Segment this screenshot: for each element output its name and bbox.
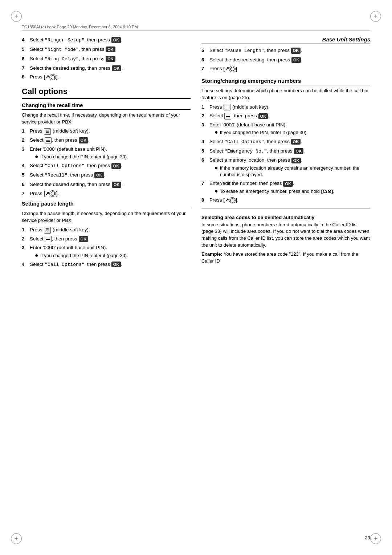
recall-step-5-content: Select "Recall", then press OK. (30, 171, 191, 179)
recall-step-7: 7 Press [↗◯]. (22, 190, 191, 198)
ok-btn-r2: OK (79, 137, 89, 143)
emerg-step-num-4: 4 (201, 138, 208, 145)
prev-section-steps: 4 Select "Ringer Setup", then press OK. … (22, 36, 191, 81)
reg-mark-tl (11, 11, 22, 22)
pause-cont-step-num-5: 5 (201, 47, 208, 54)
reg-mark-br (370, 533, 381, 544)
step-7: 7 Select the desired setting, then press… (22, 65, 191, 72)
step-8: 8 Press [↗◯]. (22, 73, 191, 81)
end-key-pc7: [↗◯] (223, 65, 237, 73)
call-options-text-p: "Call Options" (45, 262, 84, 267)
call-options-text: "Call Options" (45, 163, 84, 169)
header-text: TG1850AL(e).book Page 29 Monday, Decembe… (22, 25, 138, 29)
ok-btn-e5: OK (294, 148, 304, 154)
reg-mark-tr (370, 11, 381, 22)
step-8-content: Press [↗◯]. (30, 73, 191, 81)
pause-cont-step-5-content: Select "Pause Length", then press OK. (209, 47, 370, 54)
emerg-step-3-bullet: ● If you changed the PIN, enter it (page… (215, 129, 370, 136)
content-area: 4 Select "Ringer Setup", then press OK. … (22, 36, 370, 526)
ok-btn-5: OK (106, 46, 115, 52)
recall-step-1: 1 Press ☰ (middle soft key). (22, 127, 191, 135)
pause-step-num-3: 3 (22, 244, 28, 251)
emerg-step-num-2: 2 (201, 112, 208, 119)
ok-btn-r4: OK (111, 163, 121, 169)
emerg-step-2-content: Select ▬, then press OK. (209, 112, 370, 119)
area-codes-section: Selecting area codes to be deleted autom… (201, 208, 370, 265)
area-codes-desc2: Example: You have stored the area code "… (201, 251, 370, 265)
ok-btn-pc5: OK (291, 48, 301, 53)
recall-time-steps: 1 Press ☰ (middle soft key). 2 Select ⁠▬… (22, 127, 191, 197)
ok-btn-r5: OK (94, 172, 104, 178)
emerg-step-num-7: 7 (201, 180, 208, 187)
pause-step-2-content: Select ▬, then press OK. (30, 235, 191, 243)
pause-step-3-content: Enter '0000' (default base unit PIN). ● … (30, 244, 191, 259)
pause-step-1-content: Press ☰ (middle soft key). (30, 226, 191, 234)
recall-step-2: 2 Select ⁠▬, then press OK. (22, 137, 191, 144)
step-num-8: 8 (22, 73, 28, 81)
bullet-dot-r3: ● (35, 154, 38, 159)
page-number: 29 (365, 535, 370, 540)
step-6: 6 Select "Ring Delay", then press OK. (22, 55, 191, 63)
recall-step-num-7: 7 (22, 190, 28, 197)
area-codes-heading: Selecting area codes to be deleted autom… (201, 215, 370, 220)
emerg-step-3-content: Enter '0000' (default base unit PIN). ● … (209, 121, 370, 136)
emerg-step-num-1: 1 (201, 104, 208, 111)
pause-step-num-4: 4 (22, 261, 28, 268)
recall-step-3: 3 Enter '0000' (default base unit PIN). … (22, 146, 191, 161)
ok-btn-p2: OK (79, 236, 89, 242)
pause-step-4: 4 Select "Call Options", then press OK. (22, 261, 191, 268)
recall-step-num-6: 6 (22, 181, 28, 188)
right-column: Base Unit Settings 5 Select "Pause Lengt… (201, 36, 370, 526)
menu-icon-e2: ▬ (224, 113, 231, 119)
end-key-e8: [↗◯] (223, 197, 237, 204)
ok-btn-pc6: OK (291, 57, 301, 63)
pause-cont-step-6-content: Select the desired setting, then press O… (209, 56, 370, 64)
header-bar: TG1850AL(e).book Page 29 Monday, Decembe… (22, 25, 370, 31)
recall-step-5: 5 Select "Recall", then press OK. (22, 171, 191, 179)
ok-btn-e4: OK (291, 139, 301, 145)
pause-cont-step-6: 6 Select the desired setting, then press… (201, 56, 370, 64)
changing-recall-time-desc: Change the recall time, if necessary, de… (22, 112, 191, 126)
recall-step-6: 6 Select the desired setting, then press… (22, 181, 191, 188)
step-num-4: 4 (22, 36, 28, 44)
recall-step-7-content: Press [↗◯]. (30, 190, 191, 198)
emerg-step-7: 7 Enter/edit the number, then press OK. … (201, 180, 370, 195)
base-unit-settings-title: Base Unit Settings (201, 36, 370, 44)
recall-step-3-content: Enter '0000' (default base unit PIN). ● … (30, 146, 191, 161)
emerg-step-1: 1 Press ☰ (middle soft key). (201, 104, 370, 111)
emerg-step-4-content: Select "Call Options", then press OK. (209, 138, 370, 146)
emerg-step-1-content: Press ☰ (middle soft key). (209, 104, 370, 111)
recall-step-num-3: 3 (22, 146, 28, 153)
ok-btn-7: OK (112, 65, 122, 71)
bullet-dot-p3: ● (35, 252, 38, 258)
setting-pause-length-heading: Setting pause length (22, 201, 191, 208)
left-column: 4 Select "Ringer Setup", then press OK. … (22, 36, 191, 526)
recall-step-1-content: Press ☰ (middle soft key). (30, 127, 191, 135)
emerg-step-3-bullet-text: If you changed the PIN, enter it (page 3… (220, 129, 308, 136)
ok-btn-e7: OK (283, 181, 293, 187)
changing-recall-time-heading: Changing the recall time (22, 102, 191, 110)
recall-step-3-bullet-text: If you changed the PIN, enter it (page 3… (40, 154, 128, 160)
step-num-7: 7 (22, 65, 28, 72)
recall-text: "Recall" (45, 173, 67, 178)
pause-length-text: "Pause Length" (224, 48, 264, 53)
emerg-step-6-bullet: ● If the memory location already contain… (215, 165, 370, 178)
emerg-step-num-5: 5 (201, 147, 208, 155)
ok-btn-e2: OK (258, 113, 268, 119)
reg-mark-bl (11, 533, 22, 544)
emerg-step-5-content: Select "Emergency No.", then press OK. (209, 147, 370, 155)
emerg-step-num-8: 8 (201, 197, 208, 204)
recall-step-num-1: 1 (22, 127, 28, 135)
recall-step-num-2: 2 (22, 137, 28, 144)
emerg-step-num-3: 3 (201, 121, 208, 129)
emerg-step-6: 6 Select a memory location, then press O… (201, 157, 370, 178)
pause-cont-step-7-content: Press [↗◯]. (209, 65, 370, 73)
pause-step-2: 2 Select ▬, then press OK. (22, 235, 191, 243)
step-5-content: Select "Night Mode", then press OK. (30, 46, 191, 53)
emerg-step-num-6: 6 (201, 157, 208, 164)
night-mode-text: "Night Mode" (45, 47, 79, 52)
recall-step-4-content: Select "Call Options", then press OK. (30, 162, 191, 170)
setting-pause-length-desc: Change the pause length, if necessary, d… (22, 210, 191, 224)
soft-key-icon-p1: ☰ (44, 227, 51, 234)
area-codes-desc1: In some situations, phone numbers stored… (201, 222, 370, 249)
